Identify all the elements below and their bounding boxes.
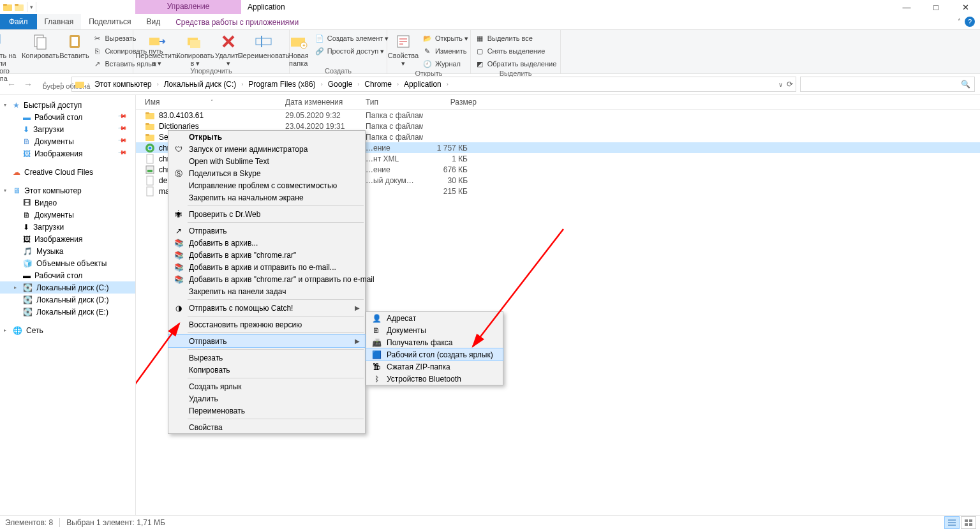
- context-menu-item[interactable]: Копировать: [168, 364, 365, 376]
- sidebar-downloads[interactable]: ⬇Загрузки📌: [0, 123, 135, 135]
- properties-button[interactable]: Свойства ▾: [387, 31, 420, 67]
- sidebar-creative-cloud[interactable]: ☁Creative Cloud Files: [0, 166, 135, 178]
- select-all-button[interactable]: ▦Выделить все: [472, 33, 560, 44]
- invert-selection-button[interactable]: ◩Обратить выделение: [472, 58, 560, 70]
- breadcrumb-item[interactable]: Google: [325, 80, 355, 89]
- context-menu-item[interactable]: Переименовать: [168, 405, 365, 417]
- history-button[interactable]: 🕘Журнал: [420, 58, 471, 70]
- view-large-icons-button[interactable]: [961, 516, 976, 529]
- sidebar-3d-objects[interactable]: 🧊Объемные объекты: [0, 257, 135, 269]
- main-area: ▾★Быстрый доступ ▬Рабочий стол📌 ⬇Загрузк…: [0, 95, 980, 522]
- sidebar-desktop[interactable]: ▬Рабочий стол📌: [0, 111, 135, 123]
- file-row[interactable]: 83.0.4103.6129.05.2020 9:32Папка с файла…: [136, 110, 980, 121]
- tab-view[interactable]: Вид: [138, 14, 168, 29]
- close-button[interactable]: ✕: [951, 0, 980, 14]
- minimize-button[interactable]: —: [892, 0, 921, 14]
- new-folder-icon: ✦: [288, 33, 309, 50]
- easy-access-button[interactable]: 🔗Простой доступ ▾: [312, 45, 392, 57]
- context-menu-item[interactable]: Создать ярлык: [168, 380, 365, 392]
- forward-button[interactable]: →: [22, 78, 34, 91]
- ribbon-context-tab[interactable]: Управление: [135, 0, 241, 14]
- sidebar-music[interactable]: 🎵Музыка: [0, 245, 135, 257]
- address-bar[interactable]: › Этот компьютер› Локальный диск (C:)› P…: [71, 77, 796, 92]
- search-input[interactable]: 🔍: [800, 77, 975, 92]
- sidebar-pictures2[interactable]: 🖼Изображения: [0, 233, 135, 245]
- address-dropdown-icon[interactable]: ∨: [778, 81, 783, 88]
- context-menu-item[interactable]: 🗜Сжатая ZIP-папка: [366, 361, 503, 373]
- context-menu-item[interactable]: 📚Добавить в архив "chrome.rar": [168, 249, 365, 261]
- up-button[interactable]: ↑: [55, 78, 68, 91]
- context-menu-item[interactable]: ᛒУстройство Bluetooth: [366, 373, 503, 385]
- context-menu-item[interactable]: Закрепить на начальном экране: [168, 191, 365, 204]
- sidebar-this-pc[interactable]: ▾🖥Этот компьютер: [0, 184, 135, 197]
- sidebar-disk-d[interactable]: 💽Локальный диск (D:): [0, 294, 135, 306]
- context-menu-item[interactable]: Открыть: [168, 131, 365, 143]
- context-menu-item[interactable]: Восстановить прежнюю версию: [168, 318, 365, 331]
- qat-dropdown-icon[interactable]: ▾: [30, 4, 33, 10]
- recent-dropdown[interactable]: ˅: [38, 78, 51, 91]
- context-menu-item[interactable]: ⓈПоделиться в Skype: [168, 167, 365, 179]
- select-none-button[interactable]: ▢Снять выделение: [472, 45, 560, 57]
- sidebar-documents2[interactable]: 🗎Документы: [0, 209, 135, 221]
- column-headers[interactable]: Имя˄ Дата изменения Тип Размер: [136, 95, 980, 110]
- copy-to-button[interactable]: Копировать в ▾: [176, 31, 214, 67]
- context-menu-item[interactable]: 🕷Проверить с Dr.Web: [168, 208, 365, 220]
- breadcrumb-item[interactable]: Program Files (x86): [246, 80, 318, 89]
- context-menu-item[interactable]: Open with Sublime Text: [168, 155, 365, 167]
- context-menu-label: Рабочий стол (создать ярлык): [387, 350, 493, 359]
- copy-button[interactable]: Копировать: [22, 31, 59, 59]
- breadcrumb-item[interactable]: Application: [401, 80, 444, 89]
- pin-quick-access-button[interactable]: Закрепить на панели быстрого доступа: [0, 31, 22, 82]
- context-menu-item[interactable]: ◑Отправить с помощью Catch!▶: [168, 302, 365, 314]
- context-menu-item[interactable]: Отправить▶: [168, 335, 365, 347]
- sidebar-quick-access[interactable]: ▾★Быстрый доступ: [0, 99, 135, 111]
- maximize-button[interactable]: □: [921, 0, 951, 14]
- view-details-button[interactable]: [944, 516, 960, 529]
- help-icon[interactable]: ?: [965, 17, 975, 27]
- context-menu-item[interactable]: 📚Добавить в архив "chrome.rar" и отправи…: [168, 273, 365, 285]
- refresh-button[interactable]: ⟳: [787, 80, 793, 89]
- context-menu-item[interactable]: Исправление проблем с совместимостью: [168, 179, 365, 191]
- breadcrumb-item[interactable]: Локальный диск (C:): [161, 80, 239, 89]
- tab-home[interactable]: Главная: [37, 14, 82, 29]
- sidebar-disk-c[interactable]: ▸💽Локальный диск (C:): [0, 281, 135, 294]
- new-item-button[interactable]: 📄Создать элемент ▾: [312, 33, 392, 44]
- context-menu-item[interactable]: Свойства: [168, 421, 365, 433]
- sidebar-disk-e[interactable]: 💽Локальный диск (E:): [0, 306, 135, 318]
- svg-rect-31: [147, 176, 153, 185]
- sidebar-video[interactable]: 🎞Видео: [0, 197, 135, 209]
- context-menu-label: Отправить с помощью Catch!: [189, 304, 293, 313]
- rename-button[interactable]: Переименовать: [242, 31, 285, 59]
- context-menu-item[interactable]: Вырезать: [168, 352, 365, 364]
- tab-app-tools[interactable]: Средства работы с приложениями: [168, 15, 306, 29]
- context-menu-item[interactable]: 🟦Рабочий стол (создать ярлык): [366, 348, 503, 361]
- context-menu-item[interactable]: ↗Отправить: [168, 225, 365, 237]
- context-menu-item[interactable]: 🗎Документы: [366, 324, 503, 336]
- tab-file[interactable]: Файл: [0, 14, 37, 29]
- sidebar-pictures[interactable]: 🖼Изображения📌: [0, 147, 135, 160]
- context-menu-item[interactable]: 🛡Запуск от имени администратора: [168, 143, 365, 155]
- context-menu-item[interactable]: Закрепить на панели задач: [168, 285, 365, 297]
- folder-icon: [3, 2, 13, 12]
- file-type: …ение: [357, 144, 423, 153]
- breadcrumb-item[interactable]: Chrome: [362, 80, 394, 89]
- context-menu-item[interactable]: 👤Адресат: [366, 312, 503, 324]
- move-to-button[interactable]: Переместить в ▾: [138, 31, 176, 67]
- context-menu-item[interactable]: 📠Получатель факса: [366, 336, 503, 348]
- sidebar-network[interactable]: ▸🌐Сеть: [0, 324, 135, 336]
- breadcrumb-item[interactable]: Этот компьютер: [92, 80, 154, 89]
- sidebar-documents[interactable]: 🗎Документы📌: [0, 135, 135, 147]
- tab-share[interactable]: Поделиться: [81, 14, 138, 29]
- new-folder-button[interactable]: ✦ Новая папка: [285, 31, 312, 67]
- delete-button[interactable]: Удалить ▾: [214, 31, 242, 67]
- context-menu-item[interactable]: 📚Добавить в архив...: [168, 237, 365, 249]
- context-menu-item[interactable]: Удалить: [168, 392, 365, 405]
- paste-button[interactable]: Вставить: [59, 31, 90, 59]
- ribbon-collapse-icon[interactable]: ˄: [958, 18, 961, 25]
- sidebar-desktop2[interactable]: ▬Рабочий стол: [0, 269, 135, 281]
- sidebar-downloads2[interactable]: ⬇Загрузки: [0, 221, 135, 233]
- edit-button[interactable]: ✎Изменить: [420, 45, 471, 57]
- context-menu-item[interactable]: 📚Добавить в архив и отправить по e-mail.…: [168, 261, 365, 273]
- open-button[interactable]: 📂Открыть ▾: [420, 33, 471, 44]
- back-button[interactable]: ←: [5, 78, 18, 91]
